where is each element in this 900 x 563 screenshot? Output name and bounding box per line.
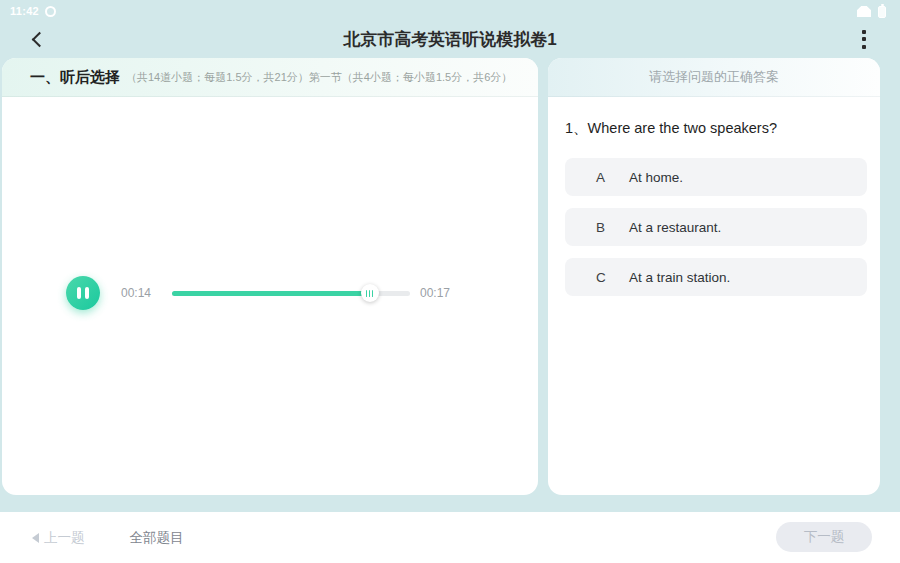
progress-fill xyxy=(172,291,370,296)
section-title: 一、听后选择 xyxy=(30,68,120,87)
app-header: 北京市高考英语听说模拟卷1 xyxy=(0,22,900,56)
status-bar: 11:42 xyxy=(0,0,900,22)
previous-question-button[interactable]: 上一题 xyxy=(32,529,85,547)
progress-thumb[interactable] xyxy=(361,284,379,302)
option-a-letter: A xyxy=(596,170,629,185)
option-b-letter: B xyxy=(596,220,629,235)
next-question-button[interactable]: 下一题 xyxy=(776,522,872,552)
previous-question-label: 上一题 xyxy=(44,529,85,547)
pause-icon xyxy=(77,287,81,299)
all-questions-button[interactable]: 全部题目 xyxy=(130,529,184,547)
previous-arrow-icon xyxy=(32,533,39,543)
audio-player: 00:14 00:17 xyxy=(2,276,538,312)
option-c-letter: C xyxy=(596,270,629,285)
option-b-text: At a restaurant. xyxy=(629,220,721,235)
section-header: 一、听后选择 （共14道小题；每题1.5分，共21分）第一节（共4小题；每小题1… xyxy=(2,58,538,97)
option-b[interactable]: B At a restaurant. xyxy=(565,208,867,246)
question-text: 1、Where are the two speakers? xyxy=(565,119,867,138)
pause-button[interactable] xyxy=(66,276,100,310)
bottom-bar: 上一题 全部题目 下一题 xyxy=(0,512,900,563)
option-c[interactable]: C At a train station. xyxy=(565,258,867,296)
thumb-grip-icon xyxy=(366,290,368,297)
elapsed-time: 00:14 xyxy=(121,286,151,300)
status-time: 11:42 xyxy=(10,5,39,17)
page-title: 北京市高考英语听说模拟卷1 xyxy=(0,28,900,51)
more-options-button[interactable] xyxy=(850,24,878,54)
wifi-icon xyxy=(857,6,871,17)
battery-icon xyxy=(878,4,886,18)
kebab-menu-icon xyxy=(862,30,866,34)
listening-panel: 一、听后选择 （共14道小题；每题1.5分，共21分）第一节（共4小题；每小题1… xyxy=(2,58,538,495)
question-panel-header-label: 请选择问题的正确答案 xyxy=(649,68,779,86)
section-description: （共14道小题；每题1.5分，共21分）第一节（共4小题；每小题1.5分，共6分… xyxy=(126,70,512,85)
option-a[interactable]: A At home. xyxy=(565,158,867,196)
back-button[interactable] xyxy=(22,24,52,54)
question-panel-header: 请选择问题的正确答案 xyxy=(548,58,880,97)
back-icon xyxy=(31,31,47,47)
question-panel: 请选择问题的正确答案 1、Where are the two speakers?… xyxy=(548,58,880,495)
option-a-text: At home. xyxy=(629,170,683,185)
total-time: 00:17 xyxy=(420,286,450,300)
option-c-text: At a train station. xyxy=(629,270,730,285)
progress-bar[interactable] xyxy=(172,291,410,296)
record-icon xyxy=(45,6,56,17)
